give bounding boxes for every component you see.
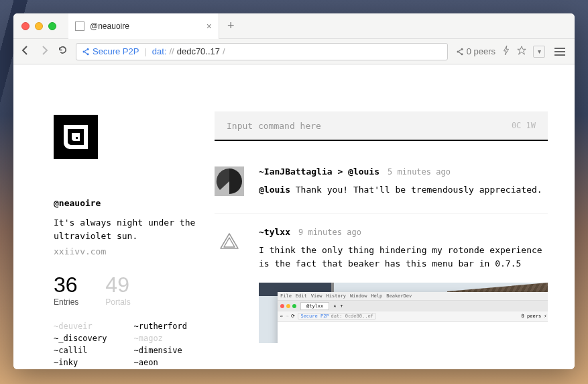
post-author[interactable]: ~IanJBattaglia > @louis bbox=[259, 166, 379, 177]
post-timestamp: 9 minutes ago bbox=[298, 228, 361, 237]
stat-label: Entries bbox=[54, 297, 78, 307]
url-scheme: dat: bbox=[152, 46, 167, 56]
svg-point-5 bbox=[461, 53, 463, 55]
maximize-window-button[interactable] bbox=[48, 22, 56, 30]
address-bar[interactable]: Secure P2P | dat://dedc70..17/ bbox=[76, 43, 448, 60]
security-badge[interactable]: Secure P2P bbox=[82, 46, 139, 56]
post-body-text: I think the only thing hindering my roto… bbox=[259, 244, 548, 271]
post-body-text: @louis Thank you! That'll be tremendousl… bbox=[259, 183, 548, 197]
close-window-button[interactable] bbox=[21, 22, 30, 30]
toolbar: Secure P2P | dat://dedc70..17/ 0 peers ▾ bbox=[13, 39, 575, 64]
new-tab-button[interactable]: + bbox=[227, 19, 235, 33]
tab-title: @neauoire bbox=[90, 21, 129, 31]
security-label: Secure P2P bbox=[93, 46, 139, 56]
avatar-icon bbox=[215, 166, 244, 196]
stat-entries: 36 Entries bbox=[54, 273, 78, 307]
portal-link[interactable]: ~magoz bbox=[133, 332, 186, 344]
titlebar: @neauoire × + bbox=[13, 13, 575, 39]
peers-label: 0 peers bbox=[467, 46, 495, 56]
close-tab-button[interactable]: × bbox=[207, 21, 212, 32]
mention[interactable]: @louis bbox=[259, 185, 290, 195]
post-avatar[interactable] bbox=[215, 166, 244, 196]
profile-sidebar: @neauoire It's always night under the ul… bbox=[13, 64, 215, 369]
svg-point-3 bbox=[461, 48, 463, 50]
command-placeholder: Input command here bbox=[227, 121, 321, 131]
feed-post: ~tylxx 9 minutes ago I think the only th… bbox=[215, 227, 548, 359]
toolbar-actions: 0 peers ▾ bbox=[456, 45, 568, 58]
lightning-icon[interactable] bbox=[502, 46, 510, 57]
stat-value: 49 bbox=[105, 273, 130, 297]
share-icon bbox=[456, 48, 464, 56]
reload-button[interactable] bbox=[58, 45, 68, 58]
post-avatar[interactable] bbox=[215, 227, 244, 256]
post-attachment-image[interactable]: File Edit View History Window Help Beake… bbox=[259, 283, 548, 343]
command-input[interactable]: Input command here 0C 1W bbox=[215, 111, 548, 141]
triangle-icon bbox=[219, 232, 239, 251]
url-path: dedc70..17 bbox=[177, 46, 220, 56]
menu-button[interactable] bbox=[552, 45, 568, 58]
portal-link[interactable]: ~siilime bbox=[133, 369, 186, 369]
stat-label: Portals bbox=[105, 297, 130, 307]
feed: ~IanJBattaglia > @louis 5 minutes ago @l… bbox=[215, 166, 548, 359]
feed-column: Input command here 0C 1W ~IanJBattag bbox=[215, 64, 575, 369]
post-timestamp: 5 minutes ago bbox=[388, 167, 451, 177]
portal-list: ~deuveir ~_discovery ~callil ~inky ~dom … bbox=[54, 320, 215, 369]
portal-link[interactable]: ~inky bbox=[54, 356, 107, 369]
portal-link[interactable]: ~callil bbox=[54, 344, 107, 356]
profile-avatar[interactable] bbox=[54, 115, 98, 159]
svg-point-0 bbox=[87, 48, 89, 50]
svg-point-1 bbox=[83, 50, 85, 52]
spiral-logo-icon bbox=[60, 121, 92, 153]
command-counter: 0C 1W bbox=[512, 121, 536, 130]
portal-link[interactable]: ~aeon bbox=[133, 356, 186, 369]
portal-link[interactable]: ~deuveir bbox=[54, 320, 107, 332]
page-icon bbox=[75, 21, 84, 31]
stat-value: 36 bbox=[54, 273, 78, 297]
profile-stats: 36 Entries 49 Portals bbox=[54, 273, 215, 307]
nested-menubar: File Edit View History Window Help Beake… bbox=[278, 292, 548, 301]
forward-button[interactable] bbox=[39, 45, 50, 58]
share-icon bbox=[82, 48, 90, 56]
profile-bio: It's always night under the ultraviolet … bbox=[54, 216, 215, 242]
dropdown-button[interactable]: ▾ bbox=[533, 46, 545, 58]
portal-link[interactable]: ~dimensive bbox=[133, 344, 186, 356]
separator: | bbox=[144, 46, 146, 56]
star-icon[interactable] bbox=[517, 46, 526, 57]
profile-handle: @neauoire bbox=[54, 198, 215, 208]
portal-link[interactable]: ~_discovery bbox=[54, 332, 107, 344]
back-button[interactable] bbox=[20, 45, 31, 58]
stat-portals: 49 Portals bbox=[105, 273, 130, 307]
window-controls bbox=[13, 22, 56, 30]
minimize-window-button[interactable] bbox=[35, 22, 43, 30]
page-content: @neauoire It's always night under the ul… bbox=[13, 64, 575, 369]
browser-window: @neauoire × + Secure P2P | dat://dedc70.… bbox=[13, 13, 575, 369]
peers-indicator[interactable]: 0 peers bbox=[456, 46, 495, 56]
post-author[interactable]: ~tylxx bbox=[259, 227, 290, 237]
portal-link[interactable]: ~rutherford bbox=[133, 320, 186, 332]
feed-post: ~IanJBattaglia > @louis 5 minutes ago @l… bbox=[215, 166, 548, 213]
portal-link[interactable]: ~dom bbox=[54, 369, 107, 369]
svg-point-2 bbox=[87, 53, 89, 55]
profile-site-link[interactable]: xxiivv.com bbox=[54, 246, 215, 256]
svg-point-4 bbox=[457, 50, 459, 52]
browser-tab[interactable]: @neauoire × bbox=[68, 13, 219, 39]
